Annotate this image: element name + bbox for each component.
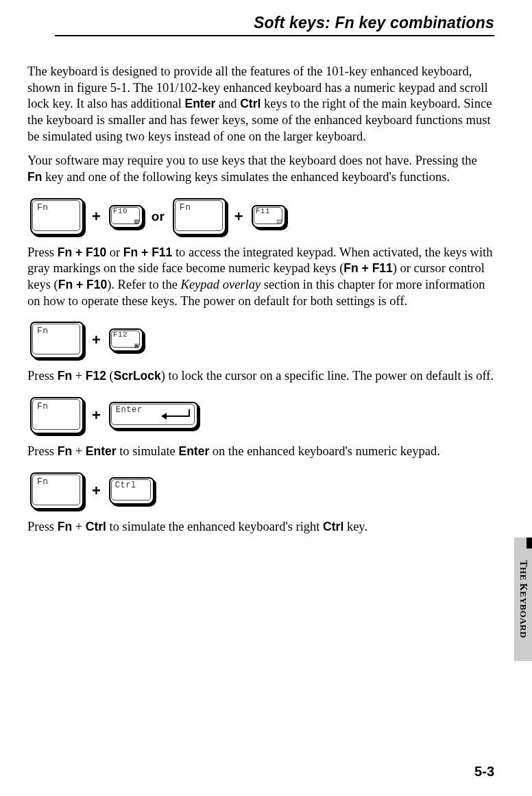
key-name: Fn [58, 369, 72, 383]
key-name: ScrLock [114, 369, 161, 383]
keycap-f12-icon: F12 ▣ [109, 328, 143, 352]
keycap-fn-icon: Fn [30, 198, 84, 235]
key-label: Fn [37, 401, 49, 413]
text: to simulate the enhanced keyboard's righ… [106, 520, 323, 533]
intro-para-1: The keyboard is designed to provide all … [27, 64, 494, 145]
para-ctrl: Press Fn + Ctrl to simulate the enhanced… [27, 519, 494, 535]
para-f10-f11: Press Fn + F10 or Fn + F11 to access the… [27, 245, 494, 310]
key-name: Ctrl [86, 520, 106, 533]
key-name: Ctrl [323, 520, 343, 533]
key-label: Enter [116, 405, 143, 415]
key-name: F12 [86, 369, 106, 383]
body: The keyboard is designed to provide all … [27, 64, 494, 535]
text: ) to lock the cursor on a specific line.… [161, 369, 494, 383]
text: + [72, 444, 86, 458]
text: on the enhanced keyboard's numeric keypa… [209, 444, 440, 458]
text: + [72, 520, 86, 533]
key-label: F11 [256, 206, 270, 216]
key-combo-row-4: Fn + Ctrl [30, 472, 494, 509]
para-f12: Press Fn + F12 (ScrLock) to lock the cur… [27, 368, 494, 385]
keycap-fn-icon: Fn [30, 397, 84, 434]
key-name: Fn + F10 [58, 245, 106, 259]
header-rule: Soft keys: Fn key combinations [55, 14, 494, 36]
intro-para-2: Your software may require you to use key… [27, 153, 494, 185]
key-name: Fn + F10 [58, 278, 107, 291]
key-combo-row-1: Fn + F10 ▦ or Fn + F11 ▤ [30, 198, 494, 235]
plus-icon: + [92, 207, 101, 226]
text: or [106, 245, 123, 259]
key-label: Ctrl [115, 481, 136, 491]
or-text: or [152, 208, 165, 225]
text: Your software may require you to use key… [27, 154, 477, 167]
side-tab-marker [527, 538, 532, 548]
plus-icon: + [92, 481, 101, 500]
text: EYBOARD [518, 591, 529, 638]
key-label: Fn [37, 202, 49, 214]
key-name: Enter [178, 444, 209, 458]
key-name: Fn [58, 520, 72, 533]
para-enter: Press Fn + Enter to simulate Enter on th… [27, 444, 494, 460]
text: ( [106, 369, 114, 383]
text: key. [343, 520, 367, 533]
key-label: Fn [37, 477, 49, 488]
key-combo-row-3: Fn + Enter [30, 397, 494, 434]
text: Press [27, 444, 58, 458]
sub-glyph-icon: ▦ [134, 218, 140, 226]
keycap-ctrl-icon: Ctrl [109, 477, 154, 505]
key-name: Fn [27, 170, 42, 184]
keycap-fn-icon: Fn [30, 472, 84, 509]
page-content: Soft keys: Fn key combinations The keybo… [0, 0, 532, 535]
enter-arrow-icon [162, 409, 190, 418]
text: and [215, 97, 240, 110]
key-label: F10 [113, 206, 128, 216]
keycap-f11-icon: F11 ▤ [252, 205, 286, 228]
text: Press [27, 369, 58, 383]
text: to simulate [117, 444, 179, 458]
page-number: 5-3 [474, 764, 494, 780]
key-combo-row-2: Fn + F12 ▣ [30, 322, 494, 359]
key-name: Enter [86, 444, 117, 458]
key-name: Fn [58, 444, 72, 458]
side-tab-label: THE KEYBOARD [518, 560, 529, 638]
text: + [72, 369, 86, 383]
text: Press [27, 520, 58, 533]
keycap-fn-icon: Fn [173, 198, 226, 235]
key-name: Fn + F11 [123, 245, 172, 259]
key-name: Enter [184, 97, 215, 110]
key-name: Ctrl [240, 97, 261, 110]
text: key and one of the following keys simula… [42, 170, 450, 184]
section-ref: Keypad overlay [181, 278, 261, 291]
plus-icon: + [92, 330, 101, 350]
text: T [518, 560, 529, 567]
plus-icon: + [92, 406, 101, 425]
section-title: Soft keys: Fn key combinations [254, 14, 494, 32]
plus-icon: + [234, 207, 243, 226]
key-name: Fn + F11 [343, 261, 392, 275]
keycap-fn-icon: Fn [30, 322, 84, 359]
sub-glyph-icon: ▤ [276, 218, 282, 226]
text: ). Refer to the [107, 278, 180, 291]
sub-glyph-icon: ▣ [134, 342, 140, 350]
text: K [518, 581, 529, 591]
text: Press [27, 245, 58, 259]
keycap-enter-icon: Enter [109, 402, 198, 429]
keycap-f10-icon: F10 ▦ [109, 205, 143, 228]
text: HE [518, 567, 529, 581]
key-label: Fn [180, 202, 191, 214]
chapter-side-tab: THE KEYBOARD [514, 538, 532, 661]
key-label: F12 [113, 330, 128, 339]
key-label: Fn [37, 326, 49, 337]
